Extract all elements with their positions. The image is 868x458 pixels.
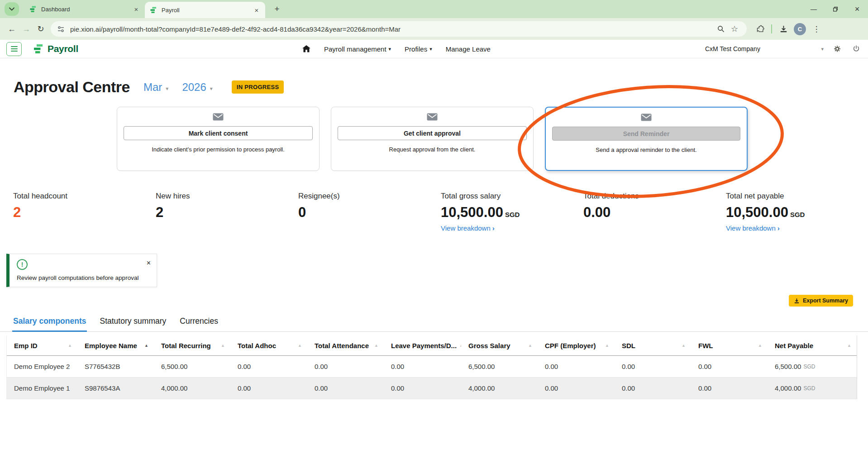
- main-navigation: Payroll management ▾ Profiles ▾ Manage L…: [302, 45, 491, 53]
- col-total-recurring[interactable]: Total Recurring▲: [154, 335, 230, 355]
- col-cpf-employer[interactable]: CPF (Employer)▲: [538, 335, 615, 355]
- stat-value: 10,500.00 SGD: [441, 204, 583, 221]
- table-row[interactable]: Demo Employee 2 S7765432B 6,500.00 0.00 …: [7, 356, 857, 378]
- col-total-adhoc[interactable]: Total Adhoc▲: [230, 335, 307, 355]
- window-close-button[interactable]: ×: [846, 0, 868, 18]
- back-button[interactable]: ←: [5, 22, 19, 36]
- tab-title: Dashboard: [41, 6, 132, 13]
- info-icon: !: [17, 259, 28, 270]
- new-tab-button[interactable]: +: [271, 3, 283, 15]
- window-minimize-button[interactable]: —: [803, 0, 825, 18]
- forward-button[interactable]: →: [19, 22, 33, 36]
- browser-window: Dashboard × Payroll × + — × ←: [0, 0, 868, 458]
- stat-value: 10,500.00 SGD: [726, 204, 868, 221]
- chevron-down-icon: [9, 7, 14, 11]
- view-breakdown-link[interactable]: View breakdown›: [441, 224, 495, 232]
- chevron-down-icon: ▾: [166, 85, 168, 92]
- get-client-approval-button[interactable]: Get client approval: [338, 126, 527, 140]
- mark-client-consent-card: Mark client consent Indicate client's pr…: [117, 107, 320, 171]
- export-row: Export Summary: [0, 295, 868, 307]
- card-description: Request approval from the client.: [331, 146, 533, 153]
- payroll-logo-icon: [33, 43, 44, 54]
- chevron-right-icon: ›: [492, 224, 495, 232]
- window-restore-button[interactable]: [825, 0, 846, 18]
- tab-title: Payroll: [162, 7, 253, 14]
- zoom-page-button[interactable]: [714, 25, 728, 33]
- currency-label: SGD: [803, 385, 815, 392]
- sidebar-menu-button[interactable]: [6, 42, 22, 56]
- mark-client-consent-button[interactable]: Mark client consent: [124, 126, 313, 140]
- nav-profiles[interactable]: Profiles ▾: [405, 45, 432, 53]
- currency-label: SGD: [803, 364, 815, 370]
- download-icon: [779, 25, 788, 33]
- tab-search-button[interactable]: [5, 2, 19, 16]
- gear-icon: [833, 45, 841, 53]
- send-reminder-card: Send Reminder Send a approval reminder t…: [545, 107, 748, 171]
- col-leave-payments[interactable]: Leave Payments/D...▲: [384, 335, 461, 355]
- close-tab-icon[interactable]: ×: [253, 6, 261, 14]
- stat-total-gross-salary: Total gross salary 10,500.00 SGD View br…: [441, 192, 583, 232]
- settings-button[interactable]: [832, 43, 843, 54]
- sort-icon: ▲: [374, 343, 378, 348]
- export-summary-button[interactable]: Export Summary: [789, 295, 853, 307]
- review-alert: ! × Review payroll computations before a…: [6, 254, 157, 287]
- power-icon: [852, 45, 860, 53]
- downloads-button[interactable]: [777, 22, 790, 36]
- menu-icon: [11, 46, 18, 47]
- extensions-button[interactable]: [753, 22, 767, 36]
- close-alert-icon[interactable]: ×: [147, 259, 151, 267]
- logout-button[interactable]: [851, 43, 862, 54]
- puzzle-icon: [756, 25, 764, 33]
- company-selector[interactable]: CxM Test Company ▾: [705, 45, 824, 52]
- col-net-payable[interactable]: Net Payable▲: [768, 335, 857, 355]
- tab-statutory-summary[interactable]: Statutory summary: [100, 316, 166, 331]
- browser-tab-payroll[interactable]: Payroll ×: [145, 2, 265, 18]
- envelope-icon: [427, 113, 438, 121]
- col-total-attendance[interactable]: Total Attendance▲: [307, 335, 384, 355]
- stat-value: 0.00: [583, 204, 726, 221]
- view-breakdown-link[interactable]: View breakdown›: [726, 224, 780, 232]
- close-tab-icon[interactable]: ×: [132, 5, 140, 13]
- bookmark-star-icon[interactable]: ☆: [728, 24, 741, 34]
- site-favicon: [150, 7, 157, 14]
- sort-icon: ▲: [221, 343, 225, 348]
- stat-value: 2: [13, 204, 156, 221]
- nav-home[interactable]: [302, 45, 310, 52]
- tab-salary-components[interactable]: Salary components: [13, 316, 86, 331]
- site-settings-icon[interactable]: [57, 26, 65, 33]
- nav-manage-leave[interactable]: Manage Leave: [446, 45, 491, 53]
- tab-currencies[interactable]: Currencies: [180, 316, 218, 331]
- page-title: Approval Centre: [14, 78, 130, 96]
- app-header-right: CxM Test Company ▾: [705, 43, 862, 54]
- col-employee-name[interactable]: Employee Name▲: [77, 335, 154, 355]
- reload-button[interactable]: ↻: [33, 22, 48, 36]
- alert-message: Review payroll computations before appro…: [17, 274, 150, 281]
- nav-payroll-management[interactable]: Payroll management ▾: [324, 45, 391, 53]
- magnifier-icon: [717, 25, 725, 33]
- browser-tab-dashboard[interactable]: Dashboard ×: [24, 1, 145, 17]
- year-dropdown[interactable]: 2026 ▾: [182, 81, 212, 94]
- stat-total-headcount: Total headcount 2: [13, 192, 156, 232]
- address-bar[interactable]: pie.xion.ai/payroll/month-total?companyI…: [51, 21, 747, 37]
- col-sdl[interactable]: SDL▲: [615, 335, 691, 355]
- salary-components-table: Emp ID▲ Employee Name▲ Total Recurring▲ …: [6, 335, 857, 399]
- col-fwl[interactable]: FWL▲: [691, 335, 768, 355]
- stat-value: 2: [156, 204, 298, 221]
- month-dropdown[interactable]: Mar ▾: [143, 81, 168, 94]
- browser-tabstrip: Dashboard × Payroll × + — ×: [0, 0, 868, 18]
- url-text[interactable]: pie.xion.ai/payroll/month-total?companyI…: [70, 25, 714, 33]
- col-gross-salary[interactable]: Gross Salary▲: [461, 335, 538, 355]
- app-header: Payroll Payroll management ▾ Profiles ▾ …: [0, 40, 868, 58]
- summary-stats: Total headcount 2 New hires 2 Resignee(s…: [0, 192, 868, 232]
- profile-avatar[interactable]: C: [794, 23, 806, 35]
- app-logo[interactable]: Payroll: [33, 43, 78, 54]
- browser-menu-button[interactable]: ⋮: [810, 22, 823, 36]
- col-emp-id[interactable]: Emp ID▲: [7, 335, 77, 355]
- stat-total-deductions: Total deductions 0.00: [583, 192, 726, 232]
- card-description: Send a approval reminder to the client.: [546, 146, 747, 153]
- send-reminder-button[interactable]: Send Reminder: [552, 127, 740, 141]
- sort-icon: ▲: [144, 343, 148, 348]
- stat-new-hires: New hires 2: [156, 192, 298, 232]
- table-row[interactable]: Demo Employee 1 S9876543A 4,000.00 0.00 …: [7, 378, 857, 399]
- toolbar-right-cluster: C ⋮: [753, 22, 823, 36]
